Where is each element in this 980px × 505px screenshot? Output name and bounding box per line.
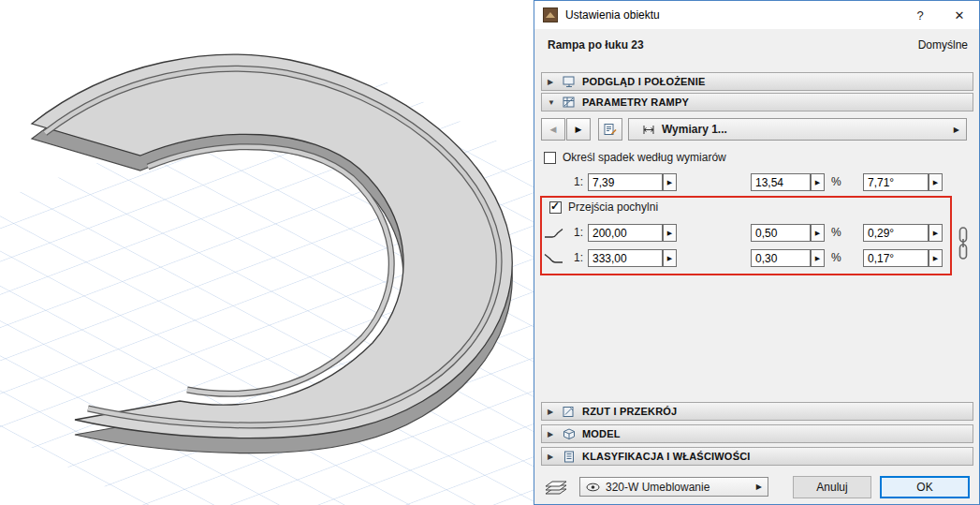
object-app-icon	[543, 7, 558, 22]
transitions-checkbox[interactable]: ✓	[549, 201, 562, 214]
transition-bottom-angle-input[interactable]	[863, 249, 929, 267]
collapse-arrow-icon: ▶	[548, 78, 556, 86]
transition-top-angle-flyout-button[interactable]: ▶	[929, 224, 943, 242]
percent-label: %	[831, 173, 841, 191]
collapse-arrow-icon: ▶	[548, 408, 556, 416]
layer-dropdown[interactable]: 320-W Umeblowanie ▶	[579, 477, 768, 497]
classification-list-icon	[563, 451, 576, 463]
transition-top-ratio-flyout-button[interactable]: ▶	[663, 224, 677, 242]
layers-icon	[542, 477, 570, 498]
edit-form-icon	[604, 123, 617, 136]
transition-bottom-ratio-flyout-button[interactable]: ▶	[663, 249, 677, 267]
ratio-prefix-label: 1:	[561, 173, 583, 191]
section-classification-properties[interactable]: ▶ KLASYFIKACJA I WŁAŚCIWOŚCI	[541, 447, 973, 466]
transition-top-ratio-input[interactable]	[588, 224, 663, 242]
slope-angle-input[interactable]	[863, 173, 929, 191]
slope-ratio-input[interactable]	[588, 173, 663, 191]
ratio-prefix-label: 1:	[561, 224, 583, 242]
dialog-titlebar[interactable]: Ustawienia obiektu ? ✕	[534, 1, 979, 29]
section-label: RZUT I PRZEKRÓJ	[582, 406, 677, 417]
next-page-button[interactable]: ▶	[566, 118, 591, 141]
parameter-page-selector[interactable]: Wymiary 1... ▶	[628, 118, 967, 141]
transition-top-angle-input[interactable]	[863, 224, 929, 242]
object-header-row: Rampa po łuku 23 Domyślne	[548, 38, 968, 52]
parameter-page-title: Wymiary 1...	[662, 123, 727, 136]
plan-section-icon	[563, 406, 576, 418]
object-name: Rampa po łuku 23	[548, 38, 644, 52]
checkmark-icon: ✓	[550, 200, 560, 213]
slope-checkbox-label: Określ spadek według wymiarów	[563, 151, 726, 164]
section-label: PARAMETRY RAMPY	[582, 97, 689, 108]
ok-button[interactable]: OK	[880, 476, 970, 498]
slope-angle-flyout-button[interactable]: ▶	[929, 173, 943, 191]
layer-value: 320-W Umeblowanie	[606, 481, 709, 494]
slope-by-dimensions-checkbox-row[interactable]: Określ spadek według wymiarów	[544, 151, 726, 164]
slope-percent-flyout-button[interactable]: ▶	[811, 173, 825, 191]
transitions-checkbox-row[interactable]: ✓ Przejścia pochylni	[549, 201, 658, 214]
transition-bottom-row: 1: ▶ ▶ % ▶	[534, 249, 979, 268]
collapse-arrow-icon: ▶	[548, 453, 556, 461]
section-model[interactable]: ▶ MODEL	[541, 424, 973, 443]
percent-label: %	[831, 224, 841, 242]
dimension-icon	[642, 124, 655, 136]
section-label: MODEL	[582, 428, 621, 439]
page-flyout-arrow-icon: ▶	[954, 126, 959, 134]
eye-icon	[586, 483, 600, 492]
slope-checkbox[interactable]	[544, 152, 556, 164]
layer-flyout-arrow-icon: ▶	[756, 483, 762, 491]
slope-ratio-flyout-button[interactable]: ▶	[663, 173, 677, 191]
dialog-title: Ustawienia obiektu	[565, 8, 660, 22]
transition-bottom-angle-flyout-button[interactable]: ▶	[929, 249, 943, 267]
previous-page-button[interactable]: ◀	[541, 118, 565, 141]
object-settings-dialog: Ustawienia obiektu ? ✕ Rampa po łuku 23 …	[534, 0, 980, 505]
transition-top-row: 1: ▶ ▶ % ▶	[534, 224, 979, 243]
transition-bottom-percent-input[interactable]	[751, 249, 811, 267]
transitions-checkbox-label: Przejścia pochylni	[568, 201, 658, 214]
section-ramp-parameters[interactable]: ▼ PARAMETRY RAMPY	[541, 93, 973, 111]
ramp-3d-scene	[0, 0, 534, 505]
slope-percent-input[interactable]	[751, 173, 811, 191]
default-favorites-button[interactable]: Domyślne	[918, 38, 968, 52]
collapse-arrow-icon: ▶	[548, 430, 556, 438]
viewport-3d[interactable]	[0, 0, 534, 505]
preview-position-icon	[563, 76, 576, 88]
transition-bottom-ratio-input[interactable]	[588, 249, 663, 267]
help-button[interactable]: ?	[900, 1, 940, 29]
section-label: KLASYFIKACJA I WŁAŚCIWOŚCI	[582, 451, 751, 462]
section-plan-section[interactable]: ▶ RZUT I PRZEKRÓJ	[541, 402, 973, 421]
transition-bottom-percent-flyout-button[interactable]: ▶	[811, 249, 825, 267]
main-slope-row: 1: ▶ ▶ % ▶	[534, 173, 979, 192]
transition-top-percent-input[interactable]	[751, 224, 811, 242]
ramp-parameters-icon	[563, 97, 576, 109]
percent-label: %	[831, 249, 841, 267]
cancel-button[interactable]: Anuluj	[793, 476, 871, 498]
model-cube-icon	[563, 428, 576, 440]
expand-arrow-icon: ▼	[548, 98, 556, 107]
app-root: Ustawienia obiektu ? ✕ Rampa po łuku 23 …	[0, 0, 980, 505]
section-preview-position[interactable]: ▶ PODGLĄD I POŁOŻENIE	[541, 72, 973, 91]
edit-settings-button[interactable]	[598, 118, 622, 141]
transition-top-percent-flyout-button[interactable]: ▶	[811, 224, 825, 242]
section-label: PODGLĄD I POŁOŻENIE	[582, 76, 706, 87]
ratio-prefix-label: 1:	[561, 249, 583, 267]
close-button[interactable]: ✕	[940, 1, 979, 29]
link-chain-icon[interactable]	[957, 226, 970, 261]
